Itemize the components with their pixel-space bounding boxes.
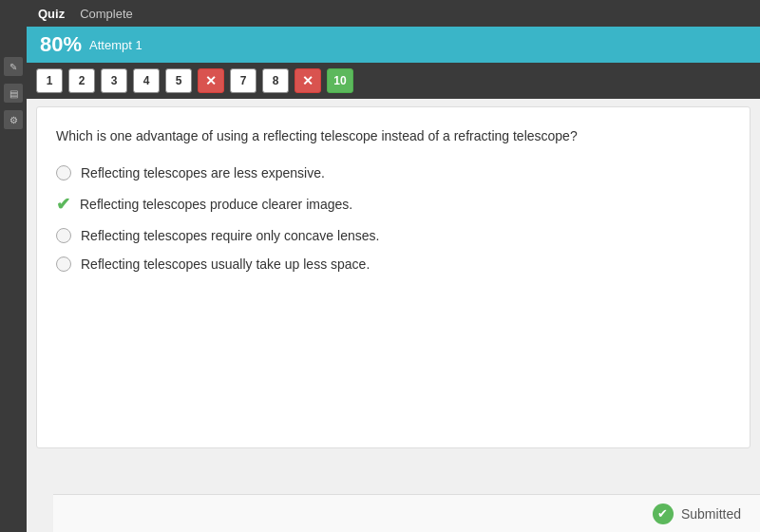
q-btn-4[interactable]: 4 bbox=[133, 68, 160, 93]
q-btn-6[interactable]: ✕ bbox=[198, 68, 224, 93]
attempt-label: Attempt 1 bbox=[89, 38, 142, 52]
radio-4[interactable] bbox=[56, 256, 71, 272]
nav-quiz[interactable]: Quiz bbox=[38, 7, 65, 21]
sidebar: ✎ ▤ ⚙ bbox=[0, 0, 27, 532]
score-percent: 80% bbox=[40, 32, 82, 57]
option-4-text: Reflecting telescopes usually take up le… bbox=[81, 256, 370, 272]
submitted-label: Submitted bbox=[681, 506, 741, 522]
q-btn-1[interactable]: 1 bbox=[36, 68, 63, 93]
q-btn-9[interactable]: ✕ bbox=[294, 68, 321, 93]
score-bar: 80% Attempt 1 bbox=[27, 27, 760, 63]
edit-icon[interactable]: ✎ bbox=[4, 57, 23, 76]
option-1-text: Reflecting telescopes are less expensive… bbox=[81, 165, 325, 180]
top-nav: Quiz Complete bbox=[27, 0, 760, 27]
option-2-text: Reflecting telescopes produce clearer im… bbox=[80, 197, 352, 212]
q-btn-8[interactable]: 8 bbox=[262, 68, 289, 93]
submitted-icon: ✔ bbox=[653, 504, 674, 524]
nav-complete[interactable]: Complete bbox=[80, 7, 133, 21]
option-1[interactable]: Reflecting telescopes are less expensive… bbox=[56, 165, 731, 180]
footer-bar: ✔ Submitted bbox=[53, 494, 760, 532]
option-3[interactable]: Reflecting telescopes require only conca… bbox=[56, 228, 731, 243]
settings-icon[interactable]: ⚙ bbox=[4, 110, 23, 129]
q-btn-5[interactable]: 5 bbox=[165, 68, 192, 93]
option-2[interactable]: ✔ Reflecting telescopes produce clearer … bbox=[56, 194, 731, 215]
radio-3[interactable] bbox=[56, 228, 71, 243]
option-3-text: Reflecting telescopes require only conca… bbox=[81, 228, 379, 243]
list-icon[interactable]: ▤ bbox=[4, 84, 23, 103]
q-btn-7[interactable]: 7 bbox=[230, 68, 256, 93]
question-area: Which is one advantage of using a reflec… bbox=[36, 106, 750, 448]
checkmark-icon: ✔ bbox=[56, 194, 70, 215]
question-nav: 1 2 3 4 5 ✕ 7 8 ✕ 10 bbox=[27, 63, 760, 99]
q-btn-3[interactable]: 3 bbox=[101, 68, 127, 93]
q-btn-10[interactable]: 10 bbox=[327, 68, 353, 93]
main-content: Quiz Complete 80% Attempt 1 1 2 3 4 5 ✕ … bbox=[27, 0, 760, 532]
q-btn-2[interactable]: 2 bbox=[68, 68, 95, 93]
option-4[interactable]: Reflecting telescopes usually take up le… bbox=[56, 256, 731, 272]
question-text: Which is one advantage of using a reflec… bbox=[56, 126, 731, 146]
radio-1[interactable] bbox=[56, 165, 71, 180]
